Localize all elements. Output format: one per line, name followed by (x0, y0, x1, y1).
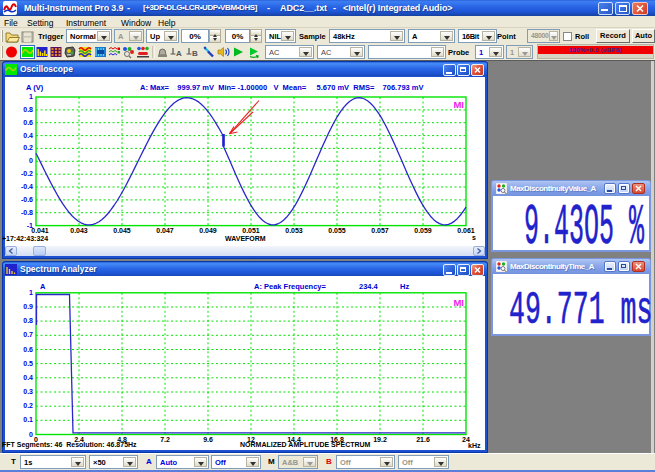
svg-text:MI: MI (453, 297, 464, 308)
